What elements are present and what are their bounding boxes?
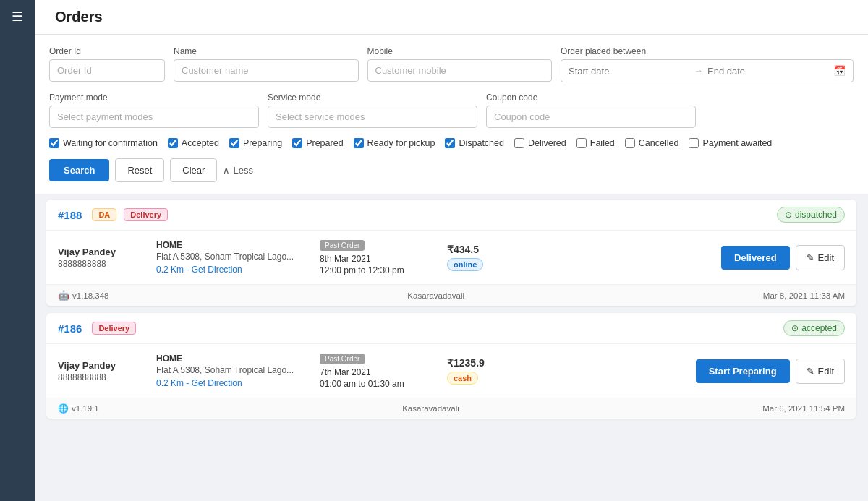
order-2-timestamp: Mar 6, 2021 11:54 PM [762, 404, 845, 413]
customer-name: Vijay Pandey [58, 247, 145, 257]
order-2-time-info: Past Order 7th Mar 2021 01:00 am to 01:3… [320, 353, 435, 389]
checkbox-payment-awaited-input[interactable] [689, 138, 699, 148]
checkbox-waiting-confirmation-input[interactable] [49, 138, 59, 148]
orders-list: #188 DA Delivery ⊙ dispatched Vijay Pand… [35, 200, 868, 430]
checkbox-prepared-input[interactable] [292, 138, 302, 148]
payment-method-badge: online [447, 258, 483, 271]
price-info: ₹434.5 online [447, 244, 519, 271]
coupon-code-group: Coupon code [486, 93, 696, 128]
status-2-circle-icon: ⊙ [791, 323, 799, 333]
status-label: dispatched [795, 210, 837, 220]
date-range-wrapper[interactable]: → 📅 [561, 59, 854, 82]
filters-section: Order Id Name Mobile Order placed betwee… [35, 35, 868, 194]
order-card-2-header: #186 Delivery ⊙ accepted [46, 313, 856, 344]
checkbox-failed-input[interactable] [576, 138, 587, 148]
edit-button-1[interactable]: ✎ Edit [796, 245, 845, 270]
order-location: Kasaravadavali [407, 291, 464, 300]
calendar-icon: 📅 [833, 65, 846, 77]
service-mode-group: Service mode [268, 93, 477, 128]
name-input[interactable] [174, 59, 359, 82]
app-2-version-text: v1.19.1 [72, 404, 99, 413]
order-card-header: #188 DA Delivery ⊙ dispatched [46, 200, 856, 231]
checkbox-ready-pickup[interactable]: Ready for pickup [354, 138, 435, 148]
customer-phone: 8888888888 [58, 259, 145, 269]
past-order-2-badge: Past Order [320, 354, 365, 364]
payment-mode-input[interactable] [49, 106, 259, 128]
address-2-text: Flat A 5308, Soham Tropical Lago... [156, 365, 308, 375]
get-direction-2-link[interactable]: 0.2 Km - Get Direction [156, 378, 242, 388]
date-arrow-icon: → [694, 66, 703, 76]
customer-2-info: Vijay Pandey 8888888888 [58, 360, 145, 382]
edit-label: Edit [818, 252, 834, 263]
order-card-2: #186 Delivery ⊙ accepted Vijay Pandey 88… [46, 313, 856, 419]
order-2-location: Kasaravadavali [402, 404, 459, 413]
order-date: 8th Mar 2021 [320, 254, 435, 264]
search-button[interactable]: Search [49, 159, 109, 181]
status-2-badge: ⊙ accepted [783, 320, 845, 336]
name-label: Name [174, 46, 359, 56]
checkbox-cancelled[interactable]: Cancelled [625, 138, 679, 148]
filter-row-1: Order Id Name Mobile Order placed betwee… [49, 46, 854, 82]
price-amount: ₹434.5 [447, 244, 519, 255]
end-date-input[interactable] [707, 66, 829, 77]
customer-2-phone: 8888888888 [58, 372, 145, 382]
checkbox-prepared[interactable]: Prepared [292, 138, 343, 148]
start-preparing-button[interactable]: Start Preparing [696, 359, 790, 383]
main-content: Orders Order Id Name Mobile Order [35, 0, 868, 501]
checkbox-preparing-input[interactable] [229, 138, 239, 148]
payment-mode-group: Payment mode [49, 93, 259, 128]
order-timestamp: Mar 8, 2021 11:33 AM [763, 291, 845, 300]
order-id-link[interactable]: #188 [58, 209, 82, 221]
delivered-button[interactable]: Delivered [721, 246, 790, 270]
coupon-code-input[interactable] [486, 106, 696, 128]
payment-2-method-badge: cash [447, 372, 478, 385]
order-card: #188 DA Delivery ⊙ dispatched Vijay Pand… [46, 200, 856, 306]
order-2-header-left: #186 Delivery [58, 322, 139, 335]
status-2-label: accepted [801, 323, 837, 333]
checkbox-failed[interactable]: Failed [576, 138, 615, 148]
checkbox-preparing[interactable]: Preparing [229, 138, 282, 148]
reset-button[interactable]: Reset [115, 158, 164, 182]
checkbox-payment-awaited[interactable]: Payment awaited [689, 138, 772, 148]
payment-mode-label: Payment mode [49, 93, 259, 103]
checkbox-delivered-input[interactable] [514, 138, 524, 148]
checkbox-prepared-label: Prepared [306, 138, 343, 148]
mobile-input[interactable] [367, 59, 553, 82]
checkbox-waiting-confirmation-label: Waiting for confirmation [63, 138, 158, 148]
menu-icon[interactable]: ☰ [12, 9, 23, 25]
order-2-id-link[interactable]: #186 [58, 322, 82, 335]
checkbox-ready-pickup-input[interactable] [354, 138, 364, 148]
order-header-left: #188 DA Delivery [58, 208, 171, 221]
checkbox-waiting-confirmation[interactable]: Waiting for confirmation [49, 138, 158, 148]
tag-da: DA [92, 208, 116, 221]
less-button[interactable]: ∧ Less [223, 165, 252, 176]
address-info: HOME Flat A 5308, Soham Tropical Lago...… [156, 240, 308, 275]
price-2-amount: ₹1235.9 [447, 357, 519, 369]
checkbox-accepted[interactable]: Accepted [168, 138, 219, 148]
checkbox-failed-label: Failed [590, 138, 615, 148]
filter-row-2: Payment mode Service mode Coupon code [49, 93, 854, 128]
order-id-input[interactable] [49, 59, 165, 82]
order-card-footer: 🤖 v1.18.348 Kasaravadavali Mar 8, 2021 1… [46, 284, 856, 306]
get-direction-link[interactable]: 0.2 Km - Get Direction [156, 265, 242, 275]
clear-button[interactable]: Clear [170, 158, 217, 182]
edit-icon: ✎ [807, 252, 814, 263]
checkbox-dispatched-input[interactable] [445, 138, 455, 148]
android-icon: 🤖 [58, 290, 69, 301]
checkbox-ready-pickup-label: Ready for pickup [367, 138, 435, 148]
checkbox-accepted-input[interactable] [168, 138, 178, 148]
address-type: HOME [156, 240, 308, 250]
checkbox-delivered[interactable]: Delivered [514, 138, 566, 148]
customer-2-name: Vijay Pandey [58, 360, 145, 371]
order-2-action-area: Start Preparing ✎ Edit [696, 359, 845, 384]
edit-button-2[interactable]: ✎ Edit [796, 359, 845, 384]
start-date-input[interactable] [569, 66, 690, 77]
service-mode-input[interactable] [268, 106, 477, 128]
chevron-up-icon: ∧ [223, 165, 230, 176]
past-order-badge: Past Order [320, 240, 365, 251]
mobile-label: Mobile [367, 46, 553, 56]
edit-2-icon: ✎ [807, 366, 814, 377]
checkbox-dispatched[interactable]: Dispatched [445, 138, 504, 148]
checkbox-cancelled-input[interactable] [625, 138, 635, 148]
app-container: ☰ Orders Order Id Name Mobile [0, 0, 868, 501]
